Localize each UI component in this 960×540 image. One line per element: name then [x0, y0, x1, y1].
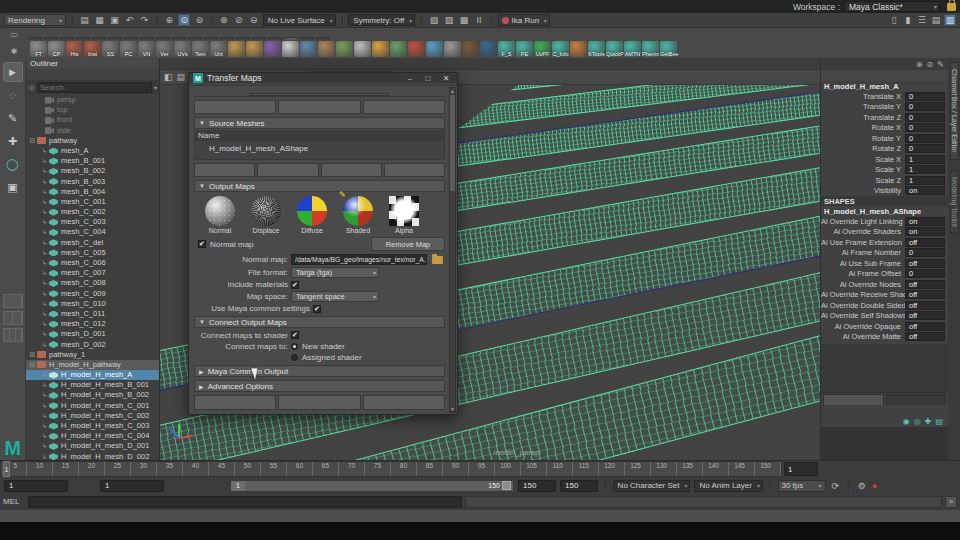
sidebar-toggle-icon[interactable]: ▯ [888, 14, 900, 26]
outliner-item[interactable]: front [26, 115, 159, 125]
channel-attribute-value[interactable]: 1 [905, 165, 945, 174]
workspace-dropdown[interactable]: Maya Classic* [844, 1, 940, 12]
timeline-tick[interactable]: 105 [521, 462, 547, 476]
timeline-tick[interactable]: 55 [261, 462, 287, 476]
target-mesh-button[interactable] [278, 100, 360, 114]
outliner-expander[interactable] [40, 217, 49, 227]
outliner-expander[interactable] [40, 268, 49, 278]
playback-button[interactable] [895, 463, 909, 476]
timeline-tick[interactable]: 135 [677, 462, 703, 476]
channel-attribute-value[interactable]: 0 [905, 134, 945, 143]
timeline-tick[interactable]: 30 [131, 462, 157, 476]
timeline-tick[interactable]: 90 [443, 462, 469, 476]
outliner-item[interactable]: side [26, 126, 159, 136]
scale-tool-icon[interactable]: ▣ [3, 177, 23, 197]
rotate-tool-icon[interactable]: ◯ [3, 154, 23, 174]
current-frame-marker[interactable]: 1 [3, 461, 10, 477]
outliner-expander[interactable] [40, 278, 49, 288]
source-mesh-button[interactable] [321, 163, 382, 177]
channel-attribute-value[interactable]: 1 [905, 155, 945, 164]
timeline-tick[interactable]: 95 [469, 462, 495, 476]
source-mesh-item[interactable]: H_model_H_mesh_AShape [209, 144, 308, 153]
timeline-tick[interactable]: 60 [287, 462, 313, 476]
outliner-expander[interactable] [40, 238, 49, 248]
shelf-tool-icon[interactable] [246, 41, 263, 57]
minimize-button[interactable]: – [403, 74, 417, 83]
outliner-expander[interactable] [28, 360, 37, 370]
shape-attribute-value[interactable]: off [905, 259, 945, 268]
outliner-expander[interactable] [40, 319, 49, 329]
shelf-tab[interactable] [204, 37, 218, 40]
output-map-tile[interactable]: Alpha [384, 196, 424, 234]
new-empty-layer-icon[interactable]: ◎ [914, 417, 921, 426]
outliner-item[interactable]: mesh_C_009 [26, 289, 159, 299]
outliner-expander[interactable] [40, 227, 49, 237]
range-grip-icon[interactable] [502, 481, 511, 490]
outliner-item[interactable]: H_model_H_mesh_D_002 [26, 452, 159, 460]
dialog-footer-button[interactable] [363, 395, 445, 410]
outliner-expander[interactable] [40, 177, 49, 187]
shelf-tab[interactable] [60, 37, 74, 40]
shelf-tool-icon[interactable] [228, 41, 245, 57]
shape-attribute-row[interactable]: Ai Use Frame Extension off [821, 237, 948, 248]
timeline-tick[interactable]: 75 [365, 462, 391, 476]
shelf-tool-icon[interactable]: UvPF [534, 41, 551, 57]
animation-preferences-icon[interactable]: ⚙ [858, 481, 866, 491]
shelf-tab[interactable] [124, 37, 138, 40]
shelf-tool-icon[interactable] [336, 41, 353, 57]
anim-layer-menu[interactable]: No Anim Layer [694, 480, 762, 492]
output-map-tile[interactable]: Shaded [338, 196, 378, 234]
browse-folder-icon[interactable] [432, 256, 443, 264]
channel-attribute-row[interactable]: Rotate X 0 [821, 123, 948, 134]
layer-options-icon[interactable]: ▤ [935, 417, 943, 426]
shape-attribute-value[interactable]: off [905, 301, 945, 310]
channel-attribute-value[interactable]: 0 [905, 144, 945, 153]
playback-loop-icon[interactable]: ⟳ [832, 481, 840, 491]
outliner-expander[interactable] [40, 431, 49, 441]
outliner-expander[interactable] [40, 207, 49, 217]
shelf-tab[interactable] [268, 37, 282, 40]
outliner-item[interactable]: mesh_C_012 [26, 319, 159, 329]
outliner-item[interactable]: mesh_C_del [26, 238, 159, 248]
timeline-tick[interactable]: 100 [495, 462, 521, 476]
channel-attribute-row[interactable]: Visibility on [821, 186, 948, 197]
timeline-tick[interactable]: 50 [235, 462, 261, 476]
shape-attribute-row[interactable]: Ai Override Light Linking on [821, 216, 948, 227]
timeline-tick[interactable]: 130 [651, 462, 677, 476]
timeline-tick[interactable]: 25 [105, 462, 131, 476]
section-maya-common-output[interactable]: ▶ Maya Common Output [194, 365, 445, 377]
shape-attribute-value[interactable]: off [905, 290, 945, 299]
layout-two-pane-button[interactable] [3, 311, 23, 325]
playback-button[interactable] [865, 463, 879, 476]
shelf-tool-icon[interactable]: QuickP [606, 41, 623, 57]
shelf-tab[interactable] [236, 37, 250, 40]
timeline-tick[interactable]: 65 [313, 462, 339, 476]
outliner-item[interactable]: H_model_H_mesh_C_002 [26, 411, 159, 421]
use-common-settings-checkbox[interactable] [313, 305, 321, 313]
outliner-item[interactable]: mesh_C_004 [26, 227, 159, 237]
command-language-label[interactable]: MEL [3, 497, 25, 506]
outliner-expander[interactable] [40, 441, 49, 451]
shelf-tool-icon[interactable] [462, 41, 479, 57]
shelf-tool-icon[interactable] [408, 41, 425, 57]
command-input-field[interactable] [28, 496, 462, 508]
section-advanced-options[interactable]: ▶ Advanced Options [194, 380, 445, 392]
timeline-tick[interactable]: 125 [625, 462, 651, 476]
shelf-tab[interactable] [140, 37, 154, 40]
chevron-down-icon[interactable]: ▾ [154, 84, 157, 91]
shape-attribute-value[interactable]: off [905, 322, 945, 331]
render-settings-icon[interactable]: ▩ [458, 14, 470, 26]
playback-button[interactable] [835, 463, 849, 476]
scroll-down-icon[interactable]: ▼ [450, 406, 455, 412]
timeline-tick[interactable]: 40 [183, 462, 209, 476]
timeline-tick[interactable]: 140 [703, 462, 729, 476]
fps-dropdown[interactable]: 30 fps▾ [778, 480, 826, 492]
close-button[interactable]: ✕ [439, 74, 453, 83]
shelf-tab[interactable] [300, 37, 314, 40]
redo-icon[interactable]: ↷ [139, 14, 151, 26]
shape-attribute-value[interactable]: on [905, 227, 945, 236]
playback-button[interactable] [910, 463, 924, 476]
channel-attribute-value[interactable]: 0 [905, 123, 945, 132]
shelf-tool-icon[interactable]: FT [30, 41, 47, 57]
outliner-expander[interactable] [40, 197, 49, 207]
